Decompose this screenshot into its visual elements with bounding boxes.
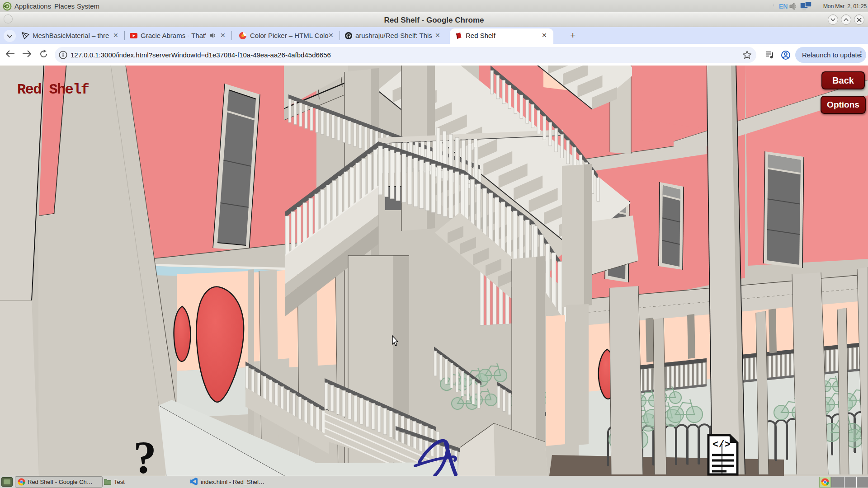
svg-text:Red Shelf: Red Shelf bbox=[17, 81, 89, 98]
svg-text:</>: </> bbox=[712, 439, 731, 450]
svg-text:?: ? bbox=[133, 432, 156, 476]
